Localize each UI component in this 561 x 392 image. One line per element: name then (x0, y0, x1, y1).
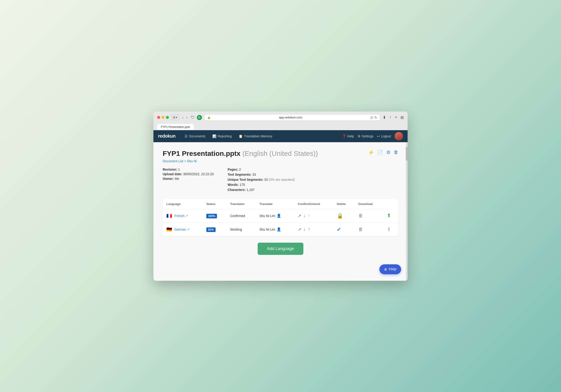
pages-value: 2 (239, 168, 241, 171)
nav-translation-memory[interactable]: 📋 Translation Memory (236, 133, 275, 139)
shield-icon: 🛡 (191, 115, 194, 120)
language-name-german[interactable]: 🇩🇪 German ↗ (166, 227, 199, 232)
lock-confirm-icon-french[interactable]: 🔒 (337, 213, 343, 219)
avatar-image (395, 132, 403, 140)
language-name-french[interactable]: 🇫🇷 French ↗ (166, 213, 199, 219)
chevron-down-icon: ▾ (176, 116, 177, 119)
breadcrumb: Document List > Shu Ni (163, 159, 398, 163)
unique-segments-label: Unique Text Segments: (227, 178, 263, 181)
owner-field: Owner: Me (163, 177, 214, 181)
col-confirm-unlock: Confirm/Unlock (294, 199, 333, 209)
app-logo[interactable]: redokun (158, 134, 175, 139)
tab-grid-icon[interactable]: ⊞ (400, 115, 404, 120)
reload-icon[interactable]: ↻ (375, 116, 377, 119)
import-translation-icon-german[interactable]: ↓ (304, 227, 306, 232)
meta-right: Pages: 2 Text Segments: 33 Unique Text S… (227, 168, 295, 192)
export-translation-icon-german[interactable]: ↑ (308, 227, 310, 232)
delete-cell-french: 🗑 (355, 209, 383, 223)
breadcrumb-user[interactable]: Shu Ni (187, 159, 197, 163)
user-avatar[interactable] (395, 132, 403, 140)
breadcrumb-document-list[interactable]: Document List (163, 159, 183, 163)
unique-segments-value: 33 (264, 178, 268, 181)
revision-value: 1 (178, 168, 180, 171)
lock-icon: 🔒 (207, 116, 211, 119)
words-label: Words: (227, 183, 239, 186)
export-translation-icon-french[interactable]: ↑ (308, 213, 310, 218)
open-editor-icon-german[interactable]: ↗ (298, 227, 301, 232)
status-cell-french: 100% (203, 209, 227, 223)
text-segments-label: Text Segments: (227, 173, 251, 176)
minimize-button[interactable] (162, 116, 164, 119)
french-link[interactable]: French (174, 214, 185, 218)
download-cell-french: ⬆ (383, 209, 398, 223)
main-content: ⚡ 📄 ⚙ 🗑 FYP1 Presentation.pptx (English … (153, 142, 408, 281)
sidebar-toggle[interactable]: ⊞ ▾ (171, 115, 179, 120)
nav-logout[interactable]: ↩ Logout (377, 134, 391, 138)
progress-badge-german: 81% (206, 227, 216, 232)
grammarly-icon: G (197, 115, 202, 120)
translate-actions-cell-german: ↗ ↓ ↑ (294, 223, 333, 236)
delete-lang-icon-french[interactable]: 🗑 (358, 213, 363, 218)
translate-page-icon: ⊡ (370, 116, 373, 119)
file-preview-icon[interactable]: 📄 (377, 150, 383, 155)
reporting-icon: 📊 (212, 134, 216, 138)
new-tab-icon[interactable]: + (395, 115, 397, 120)
upload-date-label: Upload date: (163, 172, 182, 176)
help-fab-button[interactable]: ⊕ Help (379, 264, 401, 274)
table-header-row: Language Status Translator Translate Con… (163, 199, 398, 209)
nav-settings-label: Settings (362, 134, 374, 138)
status-working: Working (230, 228, 242, 231)
translate-actions-cell-french: ↗ ↓ ↑ (294, 209, 333, 223)
address-bar[interactable]: 🔒 app.redokun.com ⊡ ↻ (204, 114, 380, 121)
scrollbar[interactable] (406, 142, 408, 281)
characters-field: Characters: 1,187 (227, 188, 295, 192)
col-language: Language (163, 199, 203, 209)
owner-value: Me (175, 177, 179, 181)
german-link[interactable]: German (174, 228, 186, 231)
add-language-button[interactable]: Add Language (258, 243, 303, 255)
language-cell-german: 🇩🇪 German ↗ (163, 223, 203, 236)
active-tab[interactable]: FYP1 Presentation.pptx (157, 124, 194, 130)
close-button[interactable] (157, 116, 160, 119)
flag-french: 🇫🇷 (166, 213, 172, 219)
nav-help[interactable]: ❓ Help (342, 134, 354, 138)
documents-icon: ☰ (185, 134, 188, 138)
nav-documents-label: Documents (189, 134, 205, 138)
automate-icon[interactable]: ⚡ (368, 150, 374, 155)
share-icon[interactable]: ↑ (389, 115, 391, 120)
document-language: (English (United States)) (242, 150, 318, 157)
nav-reporting[interactable]: 📊 Reporting (210, 133, 235, 139)
import-translation-icon-french[interactable]: ↓ (304, 213, 306, 218)
status-text-cell-french: Confirmed (227, 209, 256, 223)
forward-button[interactable]: › (185, 115, 188, 120)
maximize-button[interactable] (166, 116, 169, 119)
unique-segments-muted: (0% are repeated) (269, 178, 295, 181)
nav-logout-label: Logout (381, 134, 391, 138)
nav-right: ❓ Help ⚙ Settings ↩ Logout (342, 132, 403, 140)
tab-label: FYP1 Presentation.pptx (161, 125, 190, 129)
col-status: Status (203, 199, 227, 209)
check-confirm-icon-german[interactable]: ✔ (337, 227, 341, 232)
nav-settings[interactable]: ⚙ Settings (358, 134, 374, 138)
delete-lang-icon-german[interactable]: 🗑 (358, 227, 363, 232)
document-delete-icon[interactable]: 🗑 (394, 150, 398, 155)
add-language-section: Add Language (163, 243, 398, 255)
download-icon-german[interactable]: ⬆ (387, 227, 391, 232)
col-translate: Translate (256, 199, 294, 209)
col-translator: Translator (227, 199, 256, 209)
table-row: 🇫🇷 French ↗ 100% Confirmed Shu Ni Lim (163, 209, 398, 223)
back-button[interactable]: ‹ (181, 115, 184, 120)
translate-actions-german: ↗ ↓ ↑ (298, 227, 329, 232)
nav-reporting-label: Reporting (218, 134, 232, 138)
download-icon-french[interactable]: ⬆ (387, 213, 391, 218)
browser-actions: ⬇ ↑ + ⊞ (383, 115, 404, 120)
nav-documents[interactable]: ☰ Documents (182, 133, 208, 139)
table-row: 🇩🇪 German ↗ 81% Working Shu Ni Lim (163, 223, 398, 236)
traffic-lights (157, 116, 169, 119)
scrollbar-thumb[interactable] (406, 147, 408, 161)
characters-label: Characters: (227, 188, 246, 192)
document-settings-icon[interactable]: ⚙ (386, 150, 390, 155)
open-editor-icon-french[interactable]: ↗ (298, 213, 301, 218)
breadcrumb-separator: > (184, 159, 186, 163)
download-manager-icon[interactable]: ⬇ (383, 115, 386, 120)
